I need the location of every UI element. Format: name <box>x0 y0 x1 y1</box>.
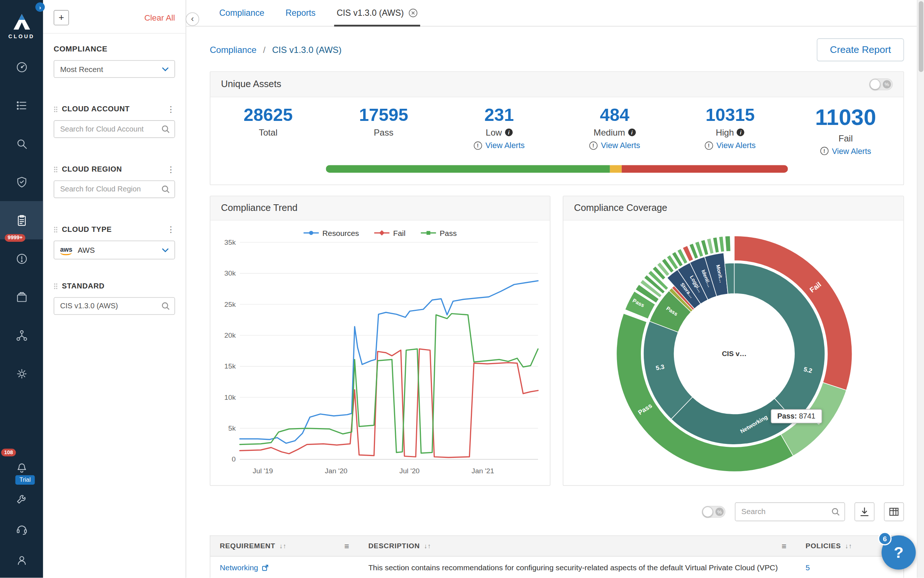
legend-resources[interactable]: Resources <box>303 229 359 237</box>
view-alerts-link[interactable]: View Alerts <box>832 147 871 156</box>
sort-icon[interactable]: ↓↑ <box>845 542 852 549</box>
unique-assets-title: Unique Assets <box>221 79 281 90</box>
tooltip-label: Pass: <box>777 412 797 420</box>
tab-label: Compliance <box>219 8 264 18</box>
stat-value: 28625 <box>210 104 326 126</box>
info-icon[interactable]: i <box>505 128 513 136</box>
cloud-region-search-input[interactable] <box>53 180 175 198</box>
column-description[interactable]: DESCRIPTION ↓↑ ≡ <box>359 536 796 556</box>
policies-count-link[interactable]: 5 <box>805 563 810 572</box>
column-menu-icon[interactable]: ≡ <box>345 541 350 550</box>
close-tab-icon[interactable] <box>408 8 418 18</box>
chart-tooltip: Pass: 8741 <box>771 409 822 423</box>
legend-pass[interactable]: Pass <box>421 229 457 237</box>
chevron-down-icon <box>162 248 168 252</box>
tab-cis-v130-aws[interactable]: CIS v1.3.0 (AWS) <box>334 0 420 26</box>
view-alerts-link[interactable]: View Alerts <box>717 141 756 149</box>
stat-pass: 17595 Pass <box>326 104 442 156</box>
cloud-type-value: AWS <box>78 245 95 254</box>
collapse-sidebar-button[interactable]: ‹ <box>186 13 199 26</box>
stat-medium: 484 Medium i ! View Alerts <box>557 104 672 156</box>
tab-compliance[interactable]: Compliance <box>217 0 267 26</box>
info-icon[interactable]: i <box>628 128 636 136</box>
app-logo[interactable]: CLOUD <box>8 13 34 39</box>
sort-select-value: Most Recent <box>60 65 103 73</box>
scrollbar-thumb[interactable] <box>919 1 924 72</box>
sort-select[interactable]: Most Recent <box>53 60 175 78</box>
sort-icon[interactable]: ↓↑ <box>280 542 286 549</box>
info-icon[interactable]: i <box>737 128 744 136</box>
nav-item-reports[interactable] <box>0 201 43 239</box>
drag-handle-icon[interactable] <box>53 166 58 173</box>
create-report-button[interactable]: Create Report <box>817 38 904 62</box>
cloud-region-search <box>53 180 175 198</box>
search-icon <box>831 507 840 516</box>
expand-badge[interactable]: › <box>35 2 45 12</box>
nav-item-alerts[interactable]: 9999+ <box>0 239 43 278</box>
library-icon <box>15 290 28 303</box>
table-percent-toggle[interactable]: % <box>702 506 725 517</box>
alert-circle-icon: ! <box>474 141 482 149</box>
help-button[interactable]: 6 ? <box>881 535 916 570</box>
stat-high: 10315 High i ! View Alerts <box>672 104 788 156</box>
page-scrollbar[interactable] <box>917 0 924 578</box>
breadcrumb-parent[interactable]: Compliance <box>210 45 256 55</box>
view-alerts-link[interactable]: View Alerts <box>485 141 525 149</box>
nav-item-help[interactable] <box>0 514 43 545</box>
compliance-trend-card: Compliance Trend Resources Fail <box>210 195 550 485</box>
kebab-menu-icon[interactable]: ⋮ <box>167 165 175 173</box>
column-menu-icon[interactable]: ≡ <box>782 541 786 550</box>
nav-item-library[interactable] <box>0 278 43 316</box>
question-mark: ? <box>894 544 903 562</box>
column-requirement[interactable]: REQUIREMENT ↓↑ ≡ <box>210 536 359 556</box>
nav-item-security[interactable] <box>0 163 43 201</box>
nav-item-dashboard[interactable] <box>0 48 43 86</box>
column-label: REQUIREMENT <box>220 542 275 550</box>
requirement-link[interactable]: Networking <box>220 563 258 572</box>
table-search-input[interactable] <box>735 502 845 521</box>
app-window: CLOUD <box>0 0 924 578</box>
nav-items: 9999+ <box>0 48 43 393</box>
compliance-coverage-sunburst[interactable]: CIS v…FailPassPassPass5.2Networking5.3Pa… <box>567 222 900 487</box>
add-filter-button[interactable]: + <box>53 10 69 25</box>
help-badge: 6 <box>878 532 892 545</box>
svg-text:Jan '21: Jan '21 <box>471 467 494 475</box>
drag-handle-icon[interactable] <box>53 226 58 232</box>
drag-handle-icon[interactable] <box>53 106 58 112</box>
svg-text:25k: 25k <box>224 300 236 308</box>
nav-item-profile[interactable] <box>0 545 43 575</box>
drag-handle-icon[interactable] <box>53 283 58 289</box>
filter-group-standard: STANDARD <box>53 282 175 290</box>
nav-item-tools[interactable]: Trial <box>0 484 43 514</box>
sort-icon[interactable]: ↓↑ <box>424 542 431 549</box>
filter-group-cloud-region: CLOUD REGION ⋮ <box>53 165 175 173</box>
nav-item-inventory[interactable] <box>0 86 43 124</box>
tab-reports[interactable]: Reports <box>283 0 318 26</box>
svg-text:Jan '20: Jan '20 <box>325 467 348 475</box>
bell-icon <box>15 461 28 474</box>
download-button[interactable] <box>854 502 875 521</box>
external-link-icon[interactable] <box>262 564 269 571</box>
percent-toggle[interactable]: % <box>869 78 893 90</box>
svg-text:Jul '19: Jul '19 <box>252 467 273 475</box>
cloud-type-select[interactable]: aws AWS <box>53 241 175 260</box>
cloud-account-search-input[interactable] <box>53 120 175 138</box>
search-icon <box>161 301 170 311</box>
column-settings-button[interactable] <box>884 502 904 521</box>
nav-item-settings[interactable] <box>0 354 43 393</box>
trend-legend: Resources Fail Pass <box>214 229 546 237</box>
nav-item-search[interactable] <box>0 125 43 163</box>
svg-text:CIS v…: CIS v… <box>722 350 747 357</box>
clear-all-button[interactable]: Clear All <box>144 13 175 23</box>
kebab-menu-icon[interactable]: ⋮ <box>167 225 175 233</box>
nav-item-network[interactable] <box>0 316 43 354</box>
standard-search-input[interactable] <box>53 297 175 315</box>
kebab-menu-icon[interactable]: ⋮ <box>167 105 175 113</box>
stat-value: 231 <box>442 104 557 126</box>
legend-fail[interactable]: Fail <box>374 229 405 237</box>
filter-group-label: CLOUD ACCOUNT <box>62 105 129 113</box>
stat-low: 231 Low i ! View Alerts <box>442 104 557 156</box>
breadcrumb-current[interactable]: CIS v1.3.0 (AWS) <box>272 45 341 55</box>
compliance-trend-title: Compliance Trend <box>221 203 298 213</box>
view-alerts-link[interactable]: View Alerts <box>601 141 640 149</box>
